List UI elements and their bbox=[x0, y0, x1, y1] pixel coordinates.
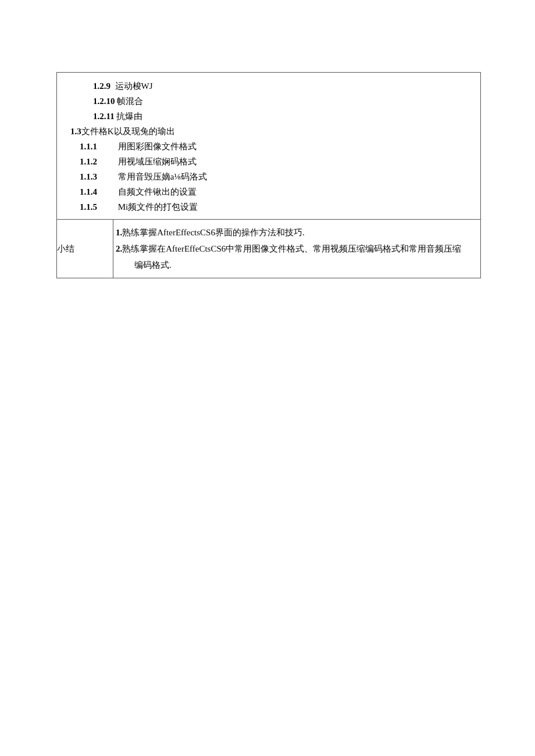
outline-item: 1.1.1 用图彩图像文件格式 bbox=[57, 139, 480, 154]
outline-item: 1.1.4 自频文件锹出的设置 bbox=[57, 184, 480, 199]
outline-num: 1.2.9 bbox=[93, 81, 110, 91]
outline-text: 常用音毁压嫡a⅛码洛式 bbox=[118, 169, 207, 184]
outline-num: 1.1.5 bbox=[57, 199, 116, 214]
summary-line-continued: 编码格式. bbox=[116, 257, 477, 273]
outline-item: 1.2.10 帧混合 bbox=[57, 94, 480, 109]
outline-text: 用视域压缩娴码格式 bbox=[118, 154, 197, 169]
document-table: 1.2.9 运动梭WJ 1.2.10 帧混合 1.2.11 抗爆由 1.3文件格… bbox=[56, 72, 481, 278]
outline-text: 帧混合 bbox=[117, 96, 143, 106]
outline-item: 1.2.9 运动梭WJ bbox=[57, 78, 480, 94]
outline-item: 1.3文件格K以及现兔的瑜出 bbox=[57, 124, 480, 139]
summary-label-cell: 小结 bbox=[57, 220, 113, 278]
summary-num: 1. bbox=[116, 228, 122, 237]
summary-line: 2.熟练掌握在AfterEffeCtsCS6中常用图像文件格式、常用视频压缩编码… bbox=[116, 241, 477, 257]
summary-num: 2. bbox=[116, 244, 122, 253]
summary-label: 小结 bbox=[57, 244, 74, 253]
outline-text: 运动梭WJ bbox=[115, 81, 153, 91]
outline-num: 1.2.10 bbox=[93, 96, 115, 106]
outline-item: 1.1.3 常用音毁压嫡a⅛码洛式 bbox=[57, 169, 480, 184]
outline-num: 1.1.4 bbox=[57, 184, 116, 199]
outline-num: 1.1.1 bbox=[57, 139, 116, 154]
outline-text: 文件格K以及现兔的瑜出 bbox=[81, 127, 175, 136]
outline-item: 1.1.5 Mi频文件的打包设置 bbox=[57, 199, 480, 214]
outline-text: 用图彩图像文件格式 bbox=[118, 139, 197, 154]
outline-text: 抗爆由 bbox=[116, 112, 142, 121]
outline-num: 1.3 bbox=[70, 127, 81, 136]
outline-text: 自频文件锹出的设置 bbox=[118, 184, 197, 199]
outline-item: 1.1.2 用视域压缩娴码格式 bbox=[57, 154, 480, 169]
summary-body-cell: 1.熟练掌握AfterEffectsCS6界面的操作方法和技巧. 2.熟练掌握在… bbox=[113, 220, 481, 278]
outline-item: 1.2.11 抗爆由 bbox=[57, 109, 480, 124]
summary-line: 1.熟练掌握AfterEffectsCS6界面的操作方法和技巧. bbox=[116, 224, 477, 241]
outline-num: 1.1.2 bbox=[57, 154, 116, 169]
outline-text: Mi频文件的打包设置 bbox=[118, 199, 198, 214]
summary-text: 熟练掌握在AfterEffeCtsCS6中常用图像文件格式、常用视频压缩编码格式… bbox=[122, 244, 461, 253]
outline-num: 1.2.11 bbox=[93, 112, 115, 121]
summary-text: 熟练掌握AfterEffectsCS6界面的操作方法和技巧. bbox=[122, 228, 304, 237]
outline-cell: 1.2.9 运动梭WJ 1.2.10 帧混合 1.2.11 抗爆由 1.3文件格… bbox=[57, 73, 481, 220]
outline-num: 1.1.3 bbox=[57, 169, 116, 184]
